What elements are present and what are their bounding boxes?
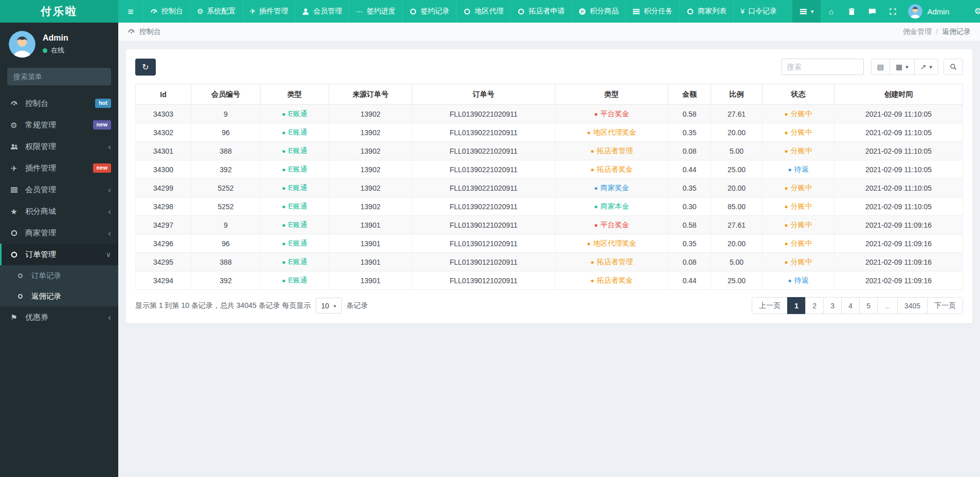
comment-button[interactable]	[862, 0, 882, 23]
trash-icon	[848, 8, 856, 15]
refresh-button[interactable]: ↻	[135, 59, 156, 76]
comment-icon	[868, 8, 876, 15]
pagination-entry: 3	[824, 297, 842, 314]
cell-member: 392	[191, 160, 261, 179]
cell-id: 34298	[136, 197, 191, 216]
cell-order-no: FLL01390221020911	[412, 105, 555, 123]
sidebar-item-label: 插件管理	[25, 163, 87, 173]
topnav-item[interactable]: ¥口令记录	[733, 0, 784, 23]
topnav-item[interactable]: ✈插件管理	[243, 0, 295, 23]
expand-button[interactable]	[882, 0, 903, 23]
sidebar-item-label: 常规管理	[25, 120, 87, 130]
sidebar-item-插件管理[interactable]: ✈插件管理new	[0, 157, 118, 179]
cell-account-type-label: E账通	[288, 239, 307, 247]
topnav-item[interactable]: 签约记录	[402, 0, 456, 23]
cell-account-type-label: E账通	[288, 184, 307, 192]
dot-icon: ●	[282, 240, 285, 247]
sidebar-search-input[interactable]	[7, 68, 111, 85]
sidebar-user-panel: Admin 在线	[0, 23, 118, 67]
svg-text:P: P	[581, 9, 584, 14]
cell-order-no: FLL01390121020911	[412, 271, 555, 290]
cell-created: 2021-02-09 11:10:05	[834, 179, 963, 197]
cell-status: ●分账中	[763, 216, 834, 234]
gear-icon: ⚙	[197, 8, 204, 15]
menu-dropdown-toggle[interactable]: ▾	[792, 0, 821, 23]
sidebar-toggle-button[interactable]: ≡	[118, 0, 143, 23]
cell-reward-type-label: 地区代理奖金	[593, 128, 637, 136]
cell-status-label: 待返	[794, 276, 809, 284]
paper-plane-icon: ✈	[9, 164, 19, 172]
sidebar-item-商家管理[interactable]: 商家管理‹	[0, 222, 118, 244]
topnav-item[interactable]: ⚙系统配置	[190, 0, 243, 23]
cell-reward-type: ●拓店者奖金	[555, 271, 668, 290]
cell-member: 96	[191, 123, 261, 142]
topnav-item-label: 签约进度	[367, 7, 395, 16]
topnav-item[interactable]: 拓店者申请	[510, 0, 571, 23]
cell-amount: 0.44	[668, 160, 711, 179]
column-header-会员编号: 会员编号	[191, 84, 261, 105]
sidebar-menu-entry: 控制台hot	[0, 93, 118, 114]
sidebar-item-label: 优惠券	[25, 313, 102, 322]
brand-logo[interactable]: 付乐啦	[0, 0, 118, 23]
topnav-item[interactable]: P积分商品	[571, 0, 625, 23]
page-next-button[interactable]: 下一页	[927, 297, 963, 314]
cell-account-type-label: E账通	[288, 128, 307, 136]
cell-id: 34300	[136, 160, 191, 179]
sidebar-item-优惠券[interactable]: ⚑优惠券‹	[0, 306, 118, 328]
table-row: 34300392●E账通13902FLL01390221020911●拓店者奖金…	[136, 160, 963, 179]
sidebar-item-订单管理[interactable]: 订单管理∨	[0, 244, 118, 265]
sidebar-item-常规管理[interactable]: ⚙常规管理new	[0, 114, 118, 136]
sidebar: Admin 在线 控制台hot⚙常规管理new权限管理‹✈插件管理new会员管理…	[0, 23, 118, 477]
user-menu[interactable]: Admin	[903, 0, 954, 23]
sidebar-item-控制台[interactable]: 控制台hot	[0, 93, 118, 114]
sidebar-item-label: 商家管理	[25, 228, 102, 238]
detail-view-button[interactable]: ▤	[871, 59, 890, 75]
topnav-item[interactable]: 地区代理	[456, 0, 510, 23]
topnav-item[interactable]: 积分任务	[625, 0, 679, 23]
cell-id: 34295	[136, 253, 191, 271]
page-button-5[interactable]: 5	[859, 297, 878, 314]
sidebar-item-积分商城[interactable]: ★积分商城‹	[0, 200, 118, 222]
page-prev-button[interactable]: 上一页	[752, 297, 788, 314]
dot-icon: ●	[282, 166, 285, 173]
page-button-1[interactable]: 1	[787, 297, 806, 314]
page-button-4[interactable]: 4	[841, 297, 860, 314]
page-size-select[interactable]: 10 ▴	[316, 298, 342, 314]
dot-icon: ●	[282, 203, 285, 210]
topnav-item[interactable]: ⋯签约进度	[349, 0, 402, 23]
export-button[interactable]: ↗▾	[914, 59, 938, 75]
cell-reward-type-label: 商家奖金	[601, 184, 629, 192]
dot-icon: ●	[784, 185, 788, 192]
cell-id: 34302	[136, 123, 191, 142]
cell-created: 2021-02-09 11:10:05	[834, 142, 963, 160]
page-button-3405[interactable]: 3405	[897, 297, 928, 314]
page-button-3[interactable]: 3	[823, 297, 842, 314]
cell-reward-type-label: 地区代理奖金	[593, 239, 637, 247]
column-header-比例: 比例	[711, 84, 763, 105]
columns-button[interactable]: ▦▾	[890, 59, 915, 75]
topnav-item[interactable]: 商家列表	[679, 0, 733, 23]
page-button-2[interactable]: 2	[805, 297, 824, 314]
cell-reward-type: ●拓店者管理	[555, 253, 668, 271]
topnav-item[interactable]: 控制台	[143, 0, 190, 23]
sidebar-subitem-返佣记录[interactable]: 返佣记录	[0, 286, 118, 306]
chevron-left-icon: ‹	[108, 142, 111, 151]
cell-member: 388	[191, 253, 261, 271]
sidebar-badge: hot	[95, 99, 111, 107]
settings-button[interactable]: ⚙	[968, 0, 980, 23]
list-icon	[800, 8, 807, 15]
topnav-item[interactable]: 会员管理	[295, 0, 349, 23]
sidebar-item-会员管理[interactable]: 会员管理‹	[0, 179, 118, 200]
dot-icon: ●	[784, 111, 788, 118]
home-button[interactable]: ⌂	[821, 0, 841, 23]
sidebar-item-权限管理[interactable]: 权限管理‹	[0, 136, 118, 157]
table-search-input[interactable]	[782, 59, 864, 75]
sidebar-item-label: 权限管理	[25, 142, 102, 152]
breadcrumb: 控制台 佣金管理 / 返佣记录	[118, 23, 980, 41]
star-icon: ★	[9, 208, 19, 215]
search-button[interactable]	[943, 59, 963, 75]
cell-account-type: ●E账通	[261, 123, 329, 142]
breadcrumb-home[interactable]: 控制台	[128, 27, 161, 36]
trash-button[interactable]	[841, 0, 862, 23]
sidebar-subitem-订单记录[interactable]: 订单记录	[0, 265, 118, 286]
